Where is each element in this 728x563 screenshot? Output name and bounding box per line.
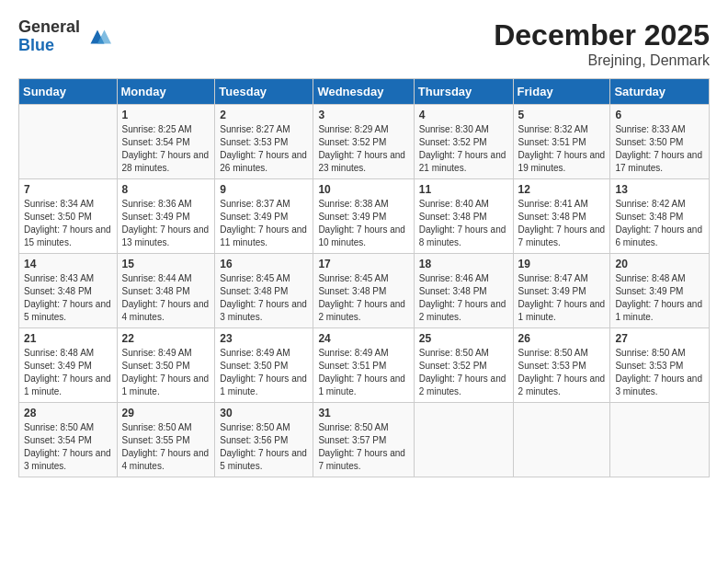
calendar-cell: 23Sunrise: 8:49 AM Sunset: 3:50 PM Dayli…: [215, 328, 313, 403]
month-title: December 2025: [494, 18, 710, 52]
calendar-cell: [513, 403, 610, 477]
day-number: 12: [518, 183, 606, 196]
week-row-2: 7Sunrise: 8:34 AM Sunset: 3:50 PM Daylig…: [19, 179, 710, 254]
calendar-cell: 7Sunrise: 8:34 AM Sunset: 3:50 PM Daylig…: [19, 179, 118, 254]
day-header-saturday: Saturday: [610, 79, 710, 105]
cell-content: Sunrise: 8:40 AM Sunset: 3:48 PM Dayligh…: [419, 198, 508, 249]
calendar-cell: 5Sunrise: 8:32 AM Sunset: 3:51 PM Daylig…: [513, 105, 610, 179]
calendar-cell: [610, 403, 710, 477]
cell-content: Sunrise: 8:25 AM Sunset: 3:54 PM Dayligh…: [122, 123, 210, 175]
day-number: 21: [24, 332, 112, 345]
calendar-cell: 9Sunrise: 8:37 AM Sunset: 3:49 PM Daylig…: [215, 179, 313, 254]
day-number: 1: [122, 109, 210, 121]
day-number: 22: [122, 332, 210, 345]
logo-general: General: [18, 18, 80, 37]
cell-content: Sunrise: 8:48 AM Sunset: 3:49 PM Dayligh…: [24, 347, 112, 398]
week-row-1: 1Sunrise: 8:25 AM Sunset: 3:54 PM Daylig…: [19, 105, 710, 179]
calendar-cell: 27Sunrise: 8:50 AM Sunset: 3:53 PM Dayli…: [610, 328, 710, 403]
day-number: 20: [615, 258, 704, 270]
calendar-cell: 21Sunrise: 8:48 AM Sunset: 3:49 PM Dayli…: [19, 328, 118, 403]
cell-content: Sunrise: 8:46 AM Sunset: 3:48 PM Dayligh…: [419, 272, 508, 324]
cell-content: Sunrise: 8:41 AM Sunset: 3:48 PM Dayligh…: [518, 198, 606, 249]
calendar-cell: 1Sunrise: 8:25 AM Sunset: 3:54 PM Daylig…: [117, 105, 215, 179]
logo-blue: Blue: [18, 37, 80, 55]
day-number: 25: [419, 332, 508, 345]
day-number: 2: [220, 109, 308, 121]
cell-content: Sunrise: 8:32 AM Sunset: 3:51 PM Dayligh…: [518, 123, 606, 175]
title-block: December 2025 Brejning, Denmark: [494, 18, 710, 69]
calendar-cell: 16Sunrise: 8:45 AM Sunset: 3:48 PM Dayli…: [215, 254, 313, 328]
day-number: 23: [220, 332, 308, 345]
calendar-cell: 22Sunrise: 8:49 AM Sunset: 3:50 PM Dayli…: [117, 328, 215, 403]
calendar-cell: 20Sunrise: 8:48 AM Sunset: 3:49 PM Dayli…: [610, 254, 710, 328]
cell-content: Sunrise: 8:34 AM Sunset: 3:50 PM Dayligh…: [24, 198, 112, 249]
calendar-table: SundayMondayTuesdayWednesdayThursdayFrid…: [18, 78, 710, 477]
day-number: 17: [318, 258, 408, 270]
day-number: 13: [615, 183, 704, 196]
calendar-cell: 15Sunrise: 8:44 AM Sunset: 3:48 PM Dayli…: [117, 254, 215, 328]
day-number: 19: [518, 258, 606, 270]
calendar-cell: 19Sunrise: 8:47 AM Sunset: 3:49 PM Dayli…: [513, 254, 610, 328]
day-number: 9: [220, 183, 308, 196]
cell-content: Sunrise: 8:49 AM Sunset: 3:51 PM Dayligh…: [318, 347, 408, 398]
cell-content: Sunrise: 8:33 AM Sunset: 3:50 PM Dayligh…: [615, 123, 704, 175]
cell-content: Sunrise: 8:50 AM Sunset: 3:55 PM Dayligh…: [122, 421, 210, 473]
calendar-cell: 29Sunrise: 8:50 AM Sunset: 3:55 PM Dayli…: [117, 403, 215, 477]
day-number: 18: [419, 258, 508, 270]
day-number: 24: [318, 332, 408, 345]
calendar-cell: 12Sunrise: 8:41 AM Sunset: 3:48 PM Dayli…: [513, 179, 610, 254]
calendar-cell: 14Sunrise: 8:43 AM Sunset: 3:48 PM Dayli…: [19, 254, 118, 328]
day-header-sunday: Sunday: [19, 79, 118, 105]
day-header-friday: Friday: [513, 79, 610, 105]
cell-content: Sunrise: 8:38 AM Sunset: 3:49 PM Dayligh…: [318, 198, 408, 249]
calendar-cell: 30Sunrise: 8:50 AM Sunset: 3:56 PM Dayli…: [215, 403, 313, 477]
day-header-monday: Monday: [117, 79, 215, 105]
page-header: General Blue December 2025 Brejning, Den…: [18, 18, 710, 69]
cell-content: Sunrise: 8:30 AM Sunset: 3:52 PM Dayligh…: [419, 123, 508, 175]
day-header-wednesday: Wednesday: [313, 79, 414, 105]
day-number: 11: [419, 183, 508, 196]
cell-content: Sunrise: 8:27 AM Sunset: 3:53 PM Dayligh…: [220, 123, 308, 175]
cell-content: Sunrise: 8:29 AM Sunset: 3:52 PM Dayligh…: [318, 123, 408, 175]
day-number: 31: [318, 407, 408, 419]
header-row: SundayMondayTuesdayWednesdayThursdayFrid…: [19, 79, 710, 105]
calendar-cell: 10Sunrise: 8:38 AM Sunset: 3:49 PM Dayli…: [313, 179, 414, 254]
calendar-cell: 31Sunrise: 8:50 AM Sunset: 3:57 PM Dayli…: [313, 403, 414, 477]
cell-content: Sunrise: 8:50 AM Sunset: 3:57 PM Dayligh…: [318, 421, 408, 473]
cell-content: Sunrise: 8:50 AM Sunset: 3:54 PM Dayligh…: [24, 421, 112, 473]
cell-content: Sunrise: 8:48 AM Sunset: 3:49 PM Dayligh…: [615, 272, 704, 324]
cell-content: Sunrise: 8:50 AM Sunset: 3:53 PM Dayligh…: [615, 347, 704, 398]
day-number: 15: [122, 258, 210, 270]
calendar-cell: [414, 403, 513, 477]
week-row-3: 14Sunrise: 8:43 AM Sunset: 3:48 PM Dayli…: [19, 254, 710, 328]
calendar-cell: 24Sunrise: 8:49 AM Sunset: 3:51 PM Dayli…: [313, 328, 414, 403]
cell-content: Sunrise: 8:44 AM Sunset: 3:48 PM Dayligh…: [122, 272, 210, 324]
week-row-5: 28Sunrise: 8:50 AM Sunset: 3:54 PM Dayli…: [19, 403, 710, 477]
calendar-cell: 4Sunrise: 8:30 AM Sunset: 3:52 PM Daylig…: [414, 105, 513, 179]
location: Brejning, Denmark: [494, 52, 710, 69]
day-number: 8: [122, 183, 210, 196]
cell-content: Sunrise: 8:45 AM Sunset: 3:48 PM Dayligh…: [220, 272, 308, 324]
calendar-cell: 17Sunrise: 8:45 AM Sunset: 3:48 PM Dayli…: [313, 254, 414, 328]
cell-content: Sunrise: 8:50 AM Sunset: 3:53 PM Dayligh…: [518, 347, 606, 398]
calendar-cell: 6Sunrise: 8:33 AM Sunset: 3:50 PM Daylig…: [610, 105, 710, 179]
calendar-cell: 11Sunrise: 8:40 AM Sunset: 3:48 PM Dayli…: [414, 179, 513, 254]
day-number: 30: [220, 407, 308, 419]
day-number: 10: [318, 183, 408, 196]
day-number: 27: [615, 332, 704, 345]
calendar-cell: 18Sunrise: 8:46 AM Sunset: 3:48 PM Dayli…: [414, 254, 513, 328]
cell-content: Sunrise: 8:49 AM Sunset: 3:50 PM Dayligh…: [220, 347, 308, 398]
calendar-cell: 8Sunrise: 8:36 AM Sunset: 3:49 PM Daylig…: [117, 179, 215, 254]
logo-icon: [84, 23, 111, 51]
day-number: 26: [518, 332, 606, 345]
day-number: 28: [24, 407, 112, 419]
cell-content: Sunrise: 8:37 AM Sunset: 3:49 PM Dayligh…: [220, 198, 308, 249]
cell-content: Sunrise: 8:36 AM Sunset: 3:49 PM Dayligh…: [122, 198, 210, 249]
calendar-cell: [19, 105, 118, 179]
day-number: 3: [318, 109, 408, 121]
day-number: 4: [419, 109, 508, 121]
day-header-tuesday: Tuesday: [215, 79, 313, 105]
cell-content: Sunrise: 8:49 AM Sunset: 3:50 PM Dayligh…: [122, 347, 210, 398]
cell-content: Sunrise: 8:43 AM Sunset: 3:48 PM Dayligh…: [24, 272, 112, 324]
calendar-cell: 13Sunrise: 8:42 AM Sunset: 3:48 PM Dayli…: [610, 179, 710, 254]
